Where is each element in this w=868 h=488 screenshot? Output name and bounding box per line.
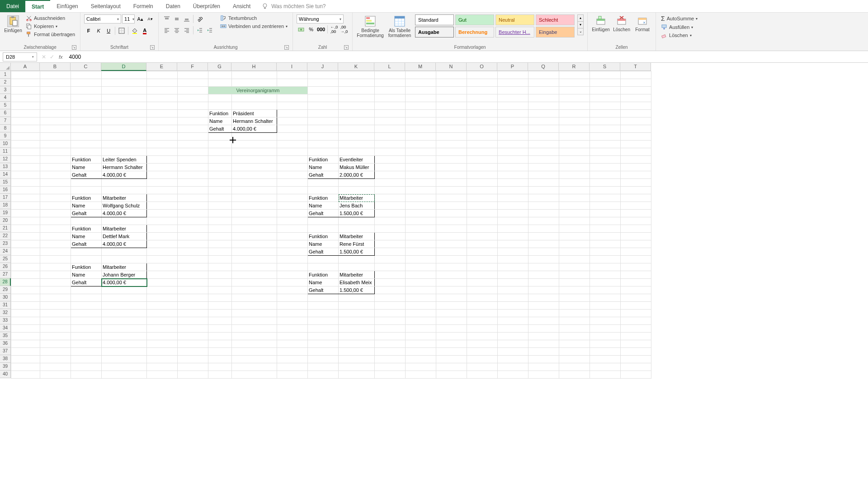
cell-T23[interactable] <box>621 240 651 248</box>
cell-I20[interactable] <box>277 217 308 225</box>
row-header-25[interactable]: 25 <box>0 255 11 263</box>
cell-M6[interactable] <box>406 110 436 117</box>
cell-R30[interactable] <box>559 294 590 302</box>
cell-K8[interactable] <box>339 125 375 133</box>
cell-N16[interactable] <box>436 187 467 194</box>
cell-P33[interactable] <box>498 317 528 325</box>
cell-D28[interactable]: 4.000,00 € <box>102 279 147 286</box>
cell-B36[interactable] <box>40 340 71 348</box>
styles-down[interactable]: ▾ <box>577 21 584 28</box>
cell-G2[interactable] <box>208 79 232 87</box>
cell-L20[interactable] <box>375 217 406 225</box>
cell-J31[interactable] <box>308 302 339 310</box>
cell-T26[interactable] <box>621 263 651 271</box>
cell-E32[interactable] <box>147 310 178 317</box>
formula-input[interactable]: 4000 <box>66 53 868 61</box>
cell-B25[interactable] <box>40 256 71 263</box>
cell-C20[interactable] <box>71 217 102 225</box>
col-header-E[interactable]: E <box>146 63 177 71</box>
cell-G25[interactable] <box>208 256 232 263</box>
row-header-38[interactable]: 38 <box>0 355 11 363</box>
cell-I23[interactable] <box>277 240 308 248</box>
cell-G11[interactable] <box>208 148 232 156</box>
cell-R15[interactable] <box>559 179 590 187</box>
tab-pagelayout[interactable]: Seitenlayout <box>85 0 127 12</box>
cell-E28[interactable] <box>147 279 178 286</box>
cell-R14[interactable] <box>559 171 590 179</box>
cell-S15[interactable] <box>590 179 621 187</box>
cell-Q38[interactable] <box>528 356 559 363</box>
cell-D17[interactable]: Mitarbeiter <box>102 194 147 202</box>
cell-R31[interactable] <box>559 302 590 310</box>
cell-K37[interactable] <box>339 348 375 356</box>
cell-O22[interactable] <box>467 233 498 240</box>
cell-Q13[interactable] <box>528 164 559 171</box>
cell-P17[interactable] <box>498 194 528 202</box>
cell-P37[interactable] <box>498 348 528 356</box>
cell-B24[interactable] <box>40 248 71 256</box>
cell-K28[interactable]: Elisabeth Meix <box>339 279 375 286</box>
cell-D18[interactable]: Wolfgang Schulz <box>102 202 147 210</box>
cell-C30[interactable] <box>71 294 102 302</box>
cell-T35[interactable] <box>621 333 651 340</box>
cell-H9[interactable] <box>232 133 277 141</box>
cell-B40[interactable] <box>40 371 71 379</box>
cell-E19[interactable] <box>147 210 178 217</box>
cell-G1[interactable] <box>208 71 232 79</box>
cell-B6[interactable] <box>40 110 71 117</box>
cell-Q35[interactable] <box>528 333 559 340</box>
paste-button[interactable]: Einfügen <box>4 14 23 33</box>
cell-N3[interactable] <box>436 87 467 94</box>
cell-B23[interactable] <box>40 240 71 248</box>
cell-P36[interactable] <box>498 340 528 348</box>
cell-H32[interactable] <box>232 310 277 317</box>
cell-E13[interactable] <box>147 164 178 171</box>
cell-S39[interactable] <box>590 363 621 371</box>
cell-K16[interactable] <box>339 187 375 194</box>
cell-K29[interactable]: 1.500,00 € <box>339 286 375 294</box>
indent-dec-button[interactable] <box>195 26 204 35</box>
cell-P12[interactable] <box>498 156 528 164</box>
cell-K22[interactable]: Mitarbeiter <box>339 233 375 240</box>
cell-N11[interactable] <box>436 148 467 156</box>
indent-inc-button[interactable] <box>205 26 214 35</box>
cell-D11[interactable] <box>102 148 147 156</box>
cell-T38[interactable] <box>621 356 651 363</box>
cell-I33[interactable] <box>277 317 308 325</box>
cell-A15[interactable] <box>11 179 40 187</box>
cell-N38[interactable] <box>436 356 467 363</box>
cell-D5[interactable] <box>102 102 147 110</box>
cell-J3[interactable] <box>308 87 339 94</box>
row-header-18[interactable]: 18 <box>0 202 11 209</box>
cell-T16[interactable] <box>621 187 651 194</box>
cell-J16[interactable] <box>308 187 339 194</box>
cell-C4[interactable] <box>71 94 102 102</box>
cell-L26[interactable] <box>375 263 406 271</box>
cell-L38[interactable] <box>375 356 406 363</box>
cell-E40[interactable] <box>147 371 178 379</box>
cell-I9[interactable] <box>277 133 308 141</box>
cell-J39[interactable] <box>308 363 339 371</box>
cell-P39[interactable] <box>498 363 528 371</box>
cell-D16[interactable] <box>102 187 147 194</box>
cell-P2[interactable] <box>498 79 528 87</box>
merge-center-button[interactable]: Verbinden und zentrieren▾ <box>219 23 289 30</box>
cell-N32[interactable] <box>436 310 467 317</box>
cell-P19[interactable] <box>498 210 528 217</box>
cell-L16[interactable] <box>375 187 406 194</box>
cell-C12[interactable]: Funktion <box>71 156 102 164</box>
cell-M34[interactable] <box>406 325 436 333</box>
cell-G40[interactable] <box>208 371 232 379</box>
cell-G23[interactable] <box>208 240 232 248</box>
cell-N6[interactable] <box>436 110 467 117</box>
cell-C38[interactable] <box>71 356 102 363</box>
cell-M39[interactable] <box>406 363 436 371</box>
inc-decimal-button[interactable]: ←,0,00 <box>330 25 339 34</box>
cell-M31[interactable] <box>406 302 436 310</box>
cell-A25[interactable] <box>11 256 40 263</box>
cell-S18[interactable] <box>590 202 621 210</box>
cell-T14[interactable] <box>621 171 651 179</box>
row-header-36[interactable]: 36 <box>0 340 11 347</box>
cell-G29[interactable] <box>208 286 232 294</box>
cell-I32[interactable] <box>277 310 308 317</box>
